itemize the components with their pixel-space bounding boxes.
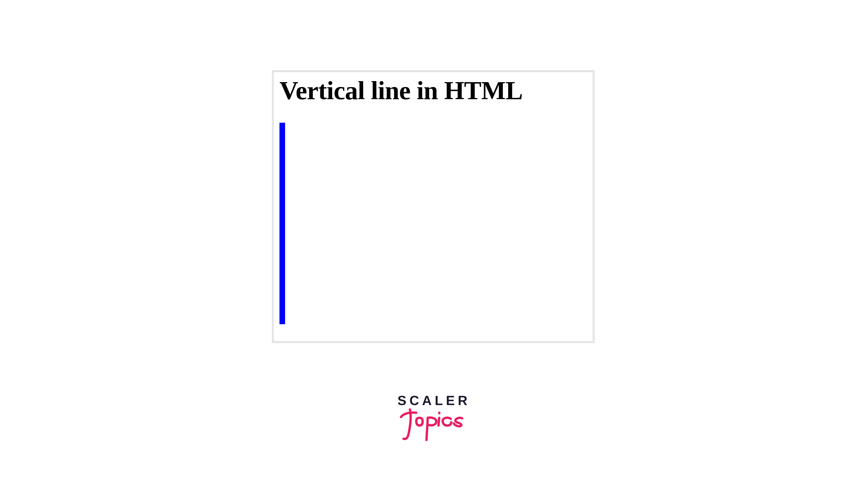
vertical-line [279,123,285,324]
logo-topics-text [397,406,471,444]
scaler-topics-logo: SCALER [397,393,471,444]
heading: Vertical line in HTML [279,76,587,105]
example-frame: Vertical line in HTML [272,70,595,343]
